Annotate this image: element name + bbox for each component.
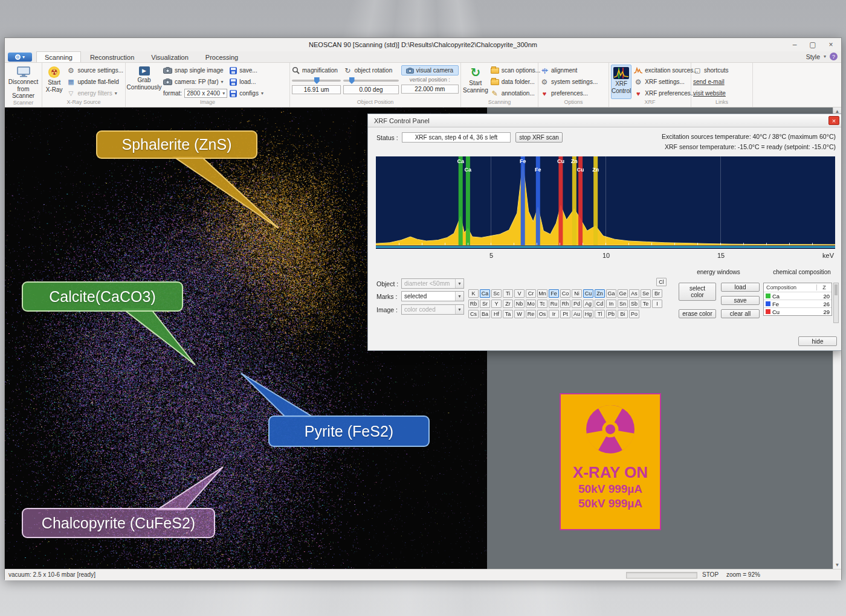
element-cell-Nb[interactable]: Nb bbox=[514, 300, 525, 308]
image-dropdown[interactable]: color coded▾ bbox=[401, 304, 464, 315]
element-cell-Pt[interactable]: Pt bbox=[560, 310, 570, 318]
snap-single-image-item[interactable]: snap single image bbox=[163, 65, 227, 75]
disconnect-from-scanner-button[interactable]: Disconnect from Scanner bbox=[7, 65, 40, 100]
configs-item[interactable]: configs▾ bbox=[230, 88, 263, 98]
element-cell-Y[interactable]: Y bbox=[491, 300, 502, 308]
element-cell-Re[interactable]: Re bbox=[526, 310, 536, 318]
element-cell-Fe[interactable]: Fe bbox=[549, 289, 559, 298]
style-menu[interactable]: Style bbox=[806, 53, 820, 60]
select-color-button[interactable]: select color bbox=[679, 283, 716, 301]
composition-scrollbar[interactable] bbox=[833, 283, 839, 323]
hide-button[interactable]: hide bbox=[798, 336, 837, 346]
element-cell-Au[interactable]: Au bbox=[572, 310, 582, 318]
element-cell-Hg[interactable]: Hg bbox=[583, 310, 593, 318]
element-cell-Sn[interactable]: Sn bbox=[618, 300, 628, 308]
app-menu-button[interactable]: ▾ bbox=[8, 53, 32, 62]
visual-camera-button[interactable]: visual camera bbox=[401, 65, 459, 75]
grab-continuously-button[interactable]: ▶ Grab Continuously bbox=[128, 65, 161, 99]
tab-visualization[interactable]: Visualization bbox=[143, 52, 196, 62]
element-cell-Zn[interactable]: Zn bbox=[595, 289, 605, 298]
element-cell-Tl[interactable]: Tl bbox=[595, 310, 605, 318]
minimize-icon[interactable]: – bbox=[786, 38, 804, 51]
element-cell-Pd[interactable]: Pd bbox=[572, 300, 582, 308]
format-combo[interactable]: 2800 x 2400▾ bbox=[184, 89, 227, 98]
element-cell-Ge[interactable]: Ge bbox=[618, 289, 628, 298]
tab-reconstruction[interactable]: Reconstruction bbox=[82, 52, 142, 62]
element-cell-Te[interactable]: Te bbox=[641, 300, 651, 308]
element-cell-Br[interactable]: Br bbox=[652, 289, 662, 298]
element-cell-Rh[interactable]: Rh bbox=[560, 300, 570, 308]
element-cell-Zr[interactable]: Zr bbox=[503, 300, 513, 308]
excitation-sources-item[interactable]: excitation sources... bbox=[634, 65, 698, 75]
element-cell-Ti[interactable]: Ti bbox=[503, 289, 513, 298]
maximize-icon[interactable]: ▢ bbox=[804, 38, 822, 51]
help-icon[interactable]: ? bbox=[830, 53, 838, 60]
element-cell-Mo[interactable]: Mo bbox=[526, 300, 536, 308]
erase-color-button[interactable]: erase color bbox=[679, 309, 716, 318]
element-cell-Ga[interactable]: Ga bbox=[606, 289, 616, 298]
element-cell-Po[interactable]: Po bbox=[629, 310, 639, 318]
marks-dropdown[interactable]: selected▾ bbox=[401, 291, 464, 301]
element-cell-Bi[interactable]: Bi bbox=[618, 310, 628, 318]
element-cell-Cs[interactable]: Cs bbox=[468, 310, 479, 318]
element-cell-Ir[interactable]: Ir bbox=[549, 310, 559, 318]
element-cell-Se[interactable]: Se bbox=[641, 289, 651, 298]
element-cell-Ag[interactable]: Ag bbox=[583, 300, 593, 308]
start-scanning-button[interactable]: ↻ Start Scanning bbox=[463, 65, 488, 99]
stop-xrf-scan-button[interactable]: stop XRF scan bbox=[515, 132, 563, 143]
source-settings-item[interactable]: ⚙source settings... bbox=[66, 65, 123, 75]
shortcuts-item[interactable]: ▢shortcuts bbox=[693, 65, 729, 75]
object-dropdown[interactable]: diameter <50mm▾ bbox=[401, 278, 464, 289]
annotation-item[interactable]: ✎annotation... bbox=[491, 88, 540, 98]
visit-website-link[interactable]: visit website bbox=[693, 88, 729, 98]
element-cell-Sr[interactable]: Sr bbox=[480, 300, 490, 308]
rotation-slider-thumb[interactable] bbox=[349, 77, 355, 84]
close-icon[interactable]: × bbox=[822, 38, 840, 51]
element-cell-Co[interactable]: Co bbox=[560, 289, 570, 298]
element-cell-Cl[interactable]: Cl bbox=[656, 278, 667, 286]
scroll-down-icon[interactable]: ▼ bbox=[835, 562, 840, 568]
element-cell-Pb[interactable]: Pb bbox=[606, 310, 616, 318]
send-email-link[interactable]: send e-mail bbox=[693, 77, 729, 87]
magnification-slider-thumb[interactable] bbox=[314, 77, 320, 84]
element-cell-Os[interactable]: Os bbox=[537, 310, 547, 318]
element-cell-Rb[interactable]: Rb bbox=[468, 300, 479, 308]
rotation-slider[interactable] bbox=[343, 77, 398, 84]
xrf-panel-close-icon[interactable]: × bbox=[828, 116, 839, 125]
element-cell-Cr[interactable]: Cr bbox=[526, 289, 536, 298]
camera-select-item[interactable]: camera: FP (far)▾ bbox=[163, 77, 227, 87]
element-cell-Hf[interactable]: Hf bbox=[491, 310, 502, 318]
update-flat-field-item[interactable]: ▦update flat-field bbox=[66, 77, 123, 87]
system-settings-item[interactable]: ⚙system settings... bbox=[540, 77, 598, 87]
load-button[interactable]: load bbox=[721, 283, 760, 292]
tab-scanning[interactable]: Scanning bbox=[36, 51, 81, 62]
element-cell-As[interactable]: As bbox=[629, 289, 639, 298]
element-cell-Cu[interactable]: Cu bbox=[583, 289, 593, 298]
energy-filters-item[interactable]: ▽energy filters▾ bbox=[66, 88, 123, 98]
element-cell-Mn[interactable]: Mn bbox=[537, 289, 547, 298]
element-cell-Cd[interactable]: Cd bbox=[595, 300, 605, 308]
data-folder-item[interactable]: data folder... bbox=[491, 77, 540, 87]
save-item[interactable]: save... bbox=[230, 65, 263, 75]
element-cell-I[interactable]: I bbox=[652, 300, 662, 308]
scan-options-item[interactable]: scan options... bbox=[491, 65, 540, 75]
xrf-control-button[interactable]: XRF Control bbox=[611, 65, 631, 99]
element-cell-Tc[interactable]: Tc bbox=[537, 300, 547, 308]
element-cell-V[interactable]: V bbox=[514, 289, 525, 298]
composition-row[interactable]: Fe26 bbox=[764, 300, 831, 307]
element-cell-W[interactable]: W bbox=[514, 310, 525, 318]
clear-all-button[interactable]: clear all bbox=[721, 309, 760, 318]
element-cell-Sb[interactable]: Sb bbox=[629, 300, 639, 308]
save-button[interactable]: save bbox=[721, 296, 760, 305]
alignment-item[interactable]: +|+alignment bbox=[540, 65, 598, 75]
start-xray-button[interactable]: ☢ Start X-Ray bbox=[44, 65, 64, 99]
element-cell-Ba[interactable]: Ba bbox=[480, 310, 490, 318]
load-item[interactable]: load... bbox=[230, 77, 263, 87]
element-cell-Ta[interactable]: Ta bbox=[503, 310, 513, 318]
element-cell-Ni[interactable]: Ni bbox=[572, 289, 582, 298]
xrf-preferences-item[interactable]: ♥XRF preferences... bbox=[634, 88, 698, 98]
element-cell-Ru[interactable]: Ru bbox=[549, 300, 559, 308]
element-cell-K[interactable]: K bbox=[468, 289, 479, 298]
element-cell-Ca[interactable]: Ca bbox=[480, 289, 490, 298]
element-cell-In[interactable]: In bbox=[606, 300, 616, 308]
